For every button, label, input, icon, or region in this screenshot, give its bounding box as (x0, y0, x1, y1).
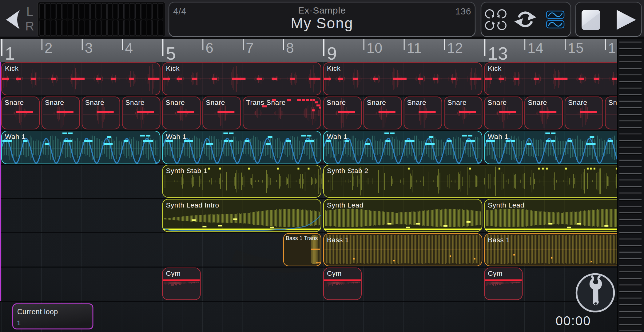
svg-text:Trans Snare: Trans Snare (246, 99, 285, 106)
svg-text:Wah 1: Wah 1 (5, 133, 26, 140)
svg-text:1: 1 (5, 43, 15, 63)
svg-text:Kick: Kick (166, 65, 180, 72)
svg-text:Synth Lead: Synth Lead (488, 201, 524, 209)
svg-text:1: 1 (17, 319, 21, 327)
svg-text:R: R (25, 19, 34, 33)
svg-text:4: 4 (125, 40, 133, 56)
svg-text:3: 3 (85, 40, 93, 56)
svg-text:Snare: Snare (165, 99, 185, 106)
svg-text:Snare: Snare (407, 99, 427, 106)
svg-text:Bass 1: Bass 1 (327, 236, 349, 244)
svg-text:8: 8 (286, 40, 294, 56)
svg-text:Snare: Snare (85, 99, 105, 106)
svg-text:Synth Stab 1: Synth Stab 1 (166, 167, 207, 175)
svg-text:Snare: Snare (568, 99, 587, 106)
svg-text:Snare: Snare (5, 99, 24, 106)
svg-text:4/4: 4/4 (173, 6, 186, 16)
svg-text:10: 10 (367, 40, 383, 56)
svg-text:Kick: Kick (327, 65, 341, 72)
svg-text:Kick: Kick (488, 65, 502, 72)
svg-text:Wah 1: Wah 1 (327, 133, 348, 140)
svg-text:Synth Stab 2: Synth Stab 2 (327, 167, 368, 175)
svg-text:Synth Lead: Synth Lead (327, 201, 364, 209)
svg-text:136: 136 (455, 6, 471, 16)
svg-text:Snare: Snare (206, 99, 225, 106)
svg-text:2: 2 (45, 40, 53, 56)
svg-text:14: 14 (527, 40, 543, 56)
svg-text:Ex-Sample: Ex-Sample (298, 5, 346, 15)
svg-text:15: 15 (568, 40, 584, 56)
svg-text:My Song: My Song (291, 15, 353, 31)
svg-text:Bass 1 Trans: Bass 1 Trans (286, 235, 318, 241)
svg-text:00:00: 00:00 (555, 314, 591, 328)
svg-text:7: 7 (246, 40, 254, 56)
svg-text:Snare: Snare (367, 99, 386, 106)
svg-text:Snare: Snare (487, 99, 507, 106)
svg-text:Kick: Kick (5, 65, 19, 72)
svg-text:Snare: Snare (45, 99, 64, 106)
svg-text:9: 9 (327, 43, 337, 63)
svg-text:Snare: Snare (327, 99, 346, 106)
svg-text:Wah 1: Wah 1 (488, 133, 508, 140)
svg-text:Current loop: Current loop (17, 308, 58, 316)
svg-text:Synth Lead Intro: Synth Lead Intro (166, 201, 219, 209)
svg-text:Cym: Cym (488, 270, 503, 277)
svg-text:6: 6 (205, 40, 213, 56)
svg-text:11: 11 (407, 40, 422, 56)
svg-text:Snare: Snare (447, 99, 467, 106)
svg-text:L: L (26, 5, 34, 18)
svg-text:12: 12 (447, 40, 463, 56)
svg-text:Cym: Cym (166, 270, 181, 277)
svg-text:Snare: Snare (528, 99, 547, 106)
svg-text:Bass 1: Bass 1 (488, 236, 510, 244)
svg-text:5: 5 (166, 43, 176, 63)
svg-text:Snare: Snare (125, 99, 145, 106)
svg-text:Wah 1: Wah 1 (166, 133, 186, 140)
svg-text:Cym: Cym (327, 270, 342, 277)
svg-text:13: 13 (488, 43, 508, 63)
